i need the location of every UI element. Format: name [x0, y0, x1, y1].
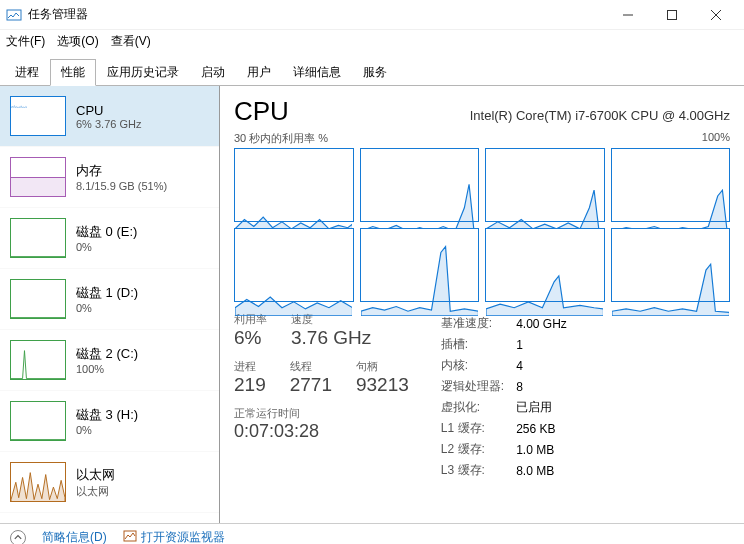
rstat-sockets-label: 插槽:: [441, 335, 514, 354]
core-chart-0: [234, 148, 354, 222]
stat-utilization-value: 6%: [234, 327, 267, 349]
rstat-cores-label: 内核:: [441, 356, 514, 375]
tab-services[interactable]: 服务: [352, 59, 398, 86]
tab-details[interactable]: 详细信息: [282, 59, 352, 86]
rstat-l1: 256 KB: [516, 419, 577, 438]
disk-thumb: [10, 340, 66, 380]
rstat-l2-label: L2 缓存:: [441, 440, 514, 459]
disk-thumb: [10, 279, 66, 319]
core-chart-4: [234, 228, 354, 302]
sidebar-item-disk2[interactable]: 磁盘 2 (C:) 100%: [0, 330, 219, 391]
open-resmon-link[interactable]: 打开资源监视器: [141, 529, 225, 544]
sidebar: CPU 6% 3.76 GHz 内存 8.1/15.9 GB (51%) 磁盘 …: [0, 86, 220, 523]
stat-threads-value: 2771: [290, 374, 332, 396]
close-button[interactable]: [694, 0, 738, 30]
sidebar-item-memory[interactable]: 内存 8.1/15.9 GB (51%): [0, 147, 219, 208]
main-panel: CPU Intel(R) Core(TM) i7-6700K CPU @ 4.0…: [220, 86, 744, 523]
tab-performance[interactable]: 性能: [50, 59, 96, 86]
sidebar-item-disk0[interactable]: 磁盘 0 (E:) 0%: [0, 208, 219, 269]
rstat-l1-label: L1 缓存:: [441, 419, 514, 438]
rstat-l2: 1.0 MB: [516, 440, 577, 459]
core-chart-6: [485, 228, 605, 302]
memory-thumb: [10, 157, 66, 197]
maximize-button[interactable]: [650, 0, 694, 30]
rstat-l3: 8.0 MB: [516, 461, 577, 480]
sidebar-item-sub: 0%: [76, 241, 137, 253]
rstat-basespeed: 4.00 GHz: [516, 314, 577, 333]
tab-startup[interactable]: 启动: [190, 59, 236, 86]
sidebar-item-cpu[interactable]: CPU 6% 3.76 GHz: [0, 86, 219, 147]
sidebar-item-label: CPU: [76, 103, 141, 118]
disk-thumb: [10, 401, 66, 441]
chart-label-left: 30 秒内的利用率 %: [234, 131, 328, 146]
stat-processes-label: 进程: [234, 359, 266, 374]
rstat-cores: 4: [516, 356, 577, 375]
sidebar-item-sub: 100%: [76, 363, 138, 375]
cpu-model: Intel(R) Core(TM) i7-6700K CPU @ 4.00GHz: [470, 108, 730, 123]
stat-handles-label: 句柄: [356, 359, 409, 374]
rstat-logical: 8: [516, 377, 577, 396]
tab-apphistory[interactable]: 应用历史记录: [96, 59, 190, 86]
core-chart-2: [485, 148, 605, 222]
fewer-details-link[interactable]: 简略信息(D): [42, 529, 107, 544]
svg-rect-5: [124, 531, 136, 541]
rstat-virt: 已启用: [516, 398, 577, 417]
sidebar-item-sub: 6% 3.76 GHz: [76, 118, 141, 130]
sidebar-item-label: 内存: [76, 162, 167, 180]
stat-uptime-value: 0:07:03:28: [234, 421, 409, 442]
core-chart-3: [611, 148, 731, 222]
menu-view[interactable]: 查看(V): [111, 33, 151, 50]
sidebar-item-disk3[interactable]: 磁盘 3 (H:) 0%: [0, 391, 219, 452]
ethernet-thumb: [10, 462, 66, 502]
sidebar-item-label: 磁盘 3 (H:): [76, 406, 138, 424]
app-icon: [6, 7, 22, 23]
svg-rect-2: [668, 10, 677, 19]
tab-users[interactable]: 用户: [236, 59, 282, 86]
stat-handles-value: 93213: [356, 374, 409, 396]
disk-thumb: [10, 218, 66, 258]
page-title: CPU: [234, 96, 289, 127]
sidebar-item-ethernet[interactable]: 以太网 以太网: [0, 452, 219, 513]
menu-options[interactable]: 选项(O): [57, 33, 98, 50]
sidebar-item-label: 磁盘 0 (E:): [76, 223, 137, 241]
sidebar-item-label: 以太网: [76, 466, 115, 484]
resmon-icon: [123, 529, 137, 544]
stat-processes-value: 219: [234, 374, 266, 396]
cpu-thumb: [10, 96, 66, 136]
core-chart-1: [360, 148, 480, 222]
minimize-button[interactable]: [606, 0, 650, 30]
sidebar-item-sub: 以太网: [76, 484, 115, 499]
tab-processes[interactable]: 进程: [4, 59, 50, 86]
stat-uptime-label: 正常运行时间: [234, 406, 409, 421]
menu-file[interactable]: 文件(F): [6, 33, 45, 50]
rstat-l3-label: L3 缓存:: [441, 461, 514, 480]
rstat-sockets: 1: [516, 335, 577, 354]
chevron-down-icon[interactable]: [10, 530, 26, 545]
sidebar-item-sub: 0%: [76, 424, 138, 436]
sidebar-item-sub: 0%: [76, 302, 138, 314]
rstat-virt-label: 虚拟化:: [441, 398, 514, 417]
sidebar-item-disk1[interactable]: 磁盘 1 (D:) 0%: [0, 269, 219, 330]
sidebar-item-label: 磁盘 2 (C:): [76, 345, 138, 363]
rstat-logical-label: 逻辑处理器:: [441, 377, 514, 396]
core-chart-5: [360, 228, 480, 302]
stat-threads-label: 线程: [290, 359, 332, 374]
chart-label-right: 100%: [702, 131, 730, 146]
cpu-cores-grid: [234, 148, 730, 302]
sidebar-item-label: 磁盘 1 (D:): [76, 284, 138, 302]
core-chart-7: [611, 228, 731, 302]
rstat-basespeed-label: 基准速度:: [441, 314, 514, 333]
window-title: 任务管理器: [28, 6, 88, 23]
stat-speed-value: 3.76 GHz: [291, 327, 371, 349]
sidebar-item-sub: 8.1/15.9 GB (51%): [76, 180, 167, 192]
